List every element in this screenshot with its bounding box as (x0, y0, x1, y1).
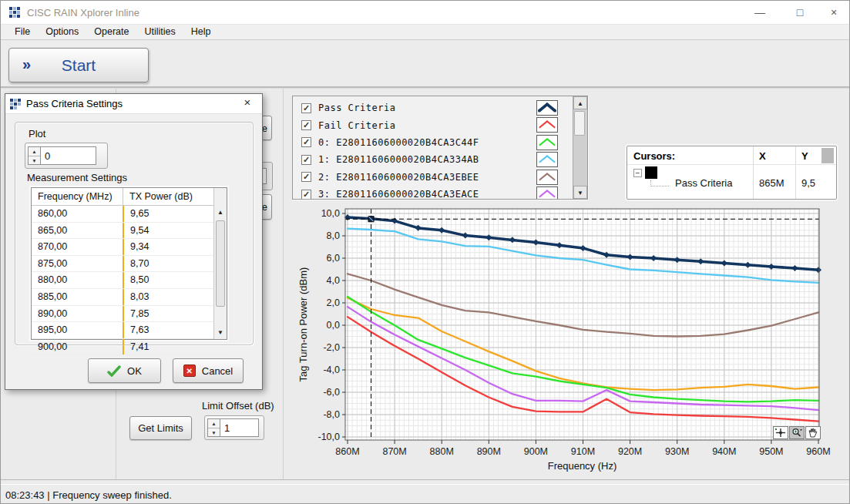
x-tick-label: 880M (430, 446, 454, 457)
scroll-up-icon[interactable]: ▲ (573, 96, 587, 109)
frequency-cell[interactable]: 900,00 (32, 339, 123, 355)
legend-checkbox[interactable]: ✓ (301, 172, 311, 182)
dialog-title-bar[interactable]: Pass Criteria Settings × (5, 94, 262, 114)
tx-power-cell[interactable]: 7,63 (123, 322, 200, 338)
magnifier-icon (791, 428, 803, 438)
legend-item-label[interactable]: 3: E28011606000020B4CA3EACE (318, 189, 479, 200)
table-row[interactable]: 860,009,65 (32, 206, 227, 223)
legend-checkbox[interactable]: ✓ (301, 137, 311, 147)
table-row[interactable]: 875,008,70 (32, 256, 227, 273)
menu-options[interactable]: Options (38, 25, 86, 39)
tx-power-cell[interactable]: 8,03 (123, 289, 200, 305)
legend-item-label[interactable]: 2: E28011606000020B4CA3EBEE (318, 172, 479, 183)
legend-line-icon[interactable] (536, 170, 558, 185)
menu-file[interactable]: File (7, 25, 38, 39)
menu-help[interactable]: Help (183, 25, 219, 39)
table-row[interactable]: 880,008,50 (32, 272, 227, 289)
dialog-close-icon[interactable]: × (239, 96, 256, 109)
legend-checkbox[interactable]: ✓ (301, 120, 311, 130)
table-row[interactable]: 865,009,54 (32, 223, 227, 240)
spin-down-icon[interactable]: ▼ (29, 156, 40, 165)
tx-power-cell[interactable]: 8,50 (123, 272, 200, 288)
tx-power-cell[interactable]: 7,41 (123, 339, 200, 355)
legend-item-label[interactable]: 1: E28011606000020B4CA334AB (318, 154, 479, 165)
frequency-cell[interactable]: 890,00 (32, 306, 123, 322)
table-row[interactable]: 890,007,85 (32, 306, 227, 323)
menu-utilities[interactable]: Utilities (136, 25, 183, 39)
scroll-thumb[interactable] (574, 111, 585, 136)
plot-number-spinner[interactable]: ▲▼ 0 (25, 143, 108, 169)
dialog-icon (9, 98, 22, 110)
x-tick-label: 860M (335, 446, 359, 457)
legend-checkbox[interactable]: ✓ (301, 103, 311, 113)
spinner-arrows[interactable]: ▲▼ (28, 146, 41, 165)
frequency-cell[interactable]: 865,00 (32, 223, 123, 239)
frequency-cell[interactable]: 895,00 (32, 322, 123, 338)
table-scrollbar[interactable]: ▲ ▼ (213, 188, 227, 339)
legend-item-label[interactable]: 0: E28011606000020B4CA3C44F (318, 137, 479, 148)
tx-power-column-header: TX Power (dB) (123, 188, 200, 205)
minimize-button[interactable]: — (748, 5, 771, 20)
legend-line-icon[interactable] (536, 152, 558, 167)
close-button[interactable]: × (822, 5, 845, 20)
tx-power-cell[interactable]: 9,54 (123, 223, 200, 239)
table-row[interactable]: 900,007,41 (32, 339, 227, 356)
tx-power-cell[interactable]: 9,65 (123, 206, 200, 222)
scroll-up-icon[interactable]: ▲ (214, 206, 227, 219)
title-bar[interactable]: CISC RAIN Xplorer Inline — □ × (1, 1, 850, 24)
limit-offset-label: Limit Offset (dB) (202, 400, 274, 412)
x-tick-label: 950M (759, 446, 783, 457)
frequency-cell[interactable]: 880,00 (32, 272, 123, 288)
turn-on-power-chart[interactable]: 10,08,06,04,02,00,0-2,0-4,0-6,0-8,0-10,0… (297, 204, 841, 475)
pan-tool-button[interactable] (805, 426, 821, 439)
legend-line-icon[interactable] (536, 117, 558, 133)
y-axis-label: Tag Turn-on Power (dBm) (297, 267, 309, 382)
cursors-col-y: Y (801, 150, 808, 162)
plot-value[interactable]: 0 (41, 146, 96, 165)
x-tick-label: 930M (665, 446, 689, 457)
menu-bar: File Options Operate Utilities Help (1, 24, 850, 40)
frequency-cell[interactable]: 870,00 (32, 239, 123, 255)
y-tick-label: 4,0 (327, 275, 340, 286)
cursor-tool-button[interactable] (773, 426, 788, 439)
zoom-tool-button[interactable] (789, 426, 805, 439)
table-row[interactable]: 895,007,63 (32, 322, 227, 339)
tx-power-cell[interactable]: 9,34 (123, 239, 200, 255)
menu-operate[interactable]: Operate (86, 25, 136, 39)
tx-power-cell[interactable]: 8,70 (123, 256, 200, 272)
frequency-cell[interactable]: 875,00 (32, 256, 123, 272)
legend-checkbox[interactable]: ✓ (301, 190, 311, 200)
cursor-color-swatch[interactable] (645, 166, 657, 179)
frequency-cell[interactable]: 885,00 (32, 289, 123, 305)
scroll-thumb[interactable] (216, 220, 225, 307)
legend-item-label[interactable]: Pass Criteria (318, 102, 395, 113)
limit-offset-spinner[interactable]: ▲▼ 1 (204, 415, 264, 440)
cursors-header: Cursors: X Y (627, 146, 836, 165)
cancel-button[interactable]: ✕ Cancel (173, 358, 244, 383)
limit-offset-value[interactable]: 1 (220, 418, 259, 437)
table-row[interactable]: 885,008,03 (32, 289, 227, 306)
tx-power-cell[interactable]: 7,85 (123, 306, 200, 322)
scroll-down-icon[interactable]: ▼ (573, 186, 587, 199)
legend-line-icon[interactable] (536, 100, 558, 116)
spin-up-icon[interactable]: ▲ (29, 147, 40, 156)
legend-checkbox[interactable]: ✓ (301, 155, 311, 165)
scroll-down-icon[interactable]: ▼ (214, 326, 227, 339)
legend-scrollbar[interactable]: ▲ ▼ (573, 96, 587, 199)
legend-item-label[interactable]: Fail Criteria (318, 120, 395, 131)
spinner-arrows[interactable]: ▲▼ (207, 418, 220, 437)
ok-button[interactable]: OK (88, 358, 161, 383)
get-limits-button[interactable]: Get Limits (129, 416, 192, 440)
measurement-table: Frequency (MHz) TX Power (dB) 860,009,65… (31, 187, 227, 340)
table-row[interactable]: 870,009,34 (32, 239, 227, 256)
plot-legend: ✓Pass Criteria✓Fail Criteria✓0: E2801160… (292, 96, 588, 200)
spin-down-icon[interactable]: ▼ (208, 428, 220, 437)
start-button[interactable]: » Start (8, 48, 149, 82)
tree-collapse-icon[interactable]: − (633, 169, 642, 177)
cursor-name[interactable]: Pass Criteria (675, 177, 732, 189)
frequency-cell[interactable]: 860,00 (32, 206, 123, 222)
spin-up-icon[interactable]: ▲ (208, 419, 220, 428)
maximize-button[interactable]: □ (788, 5, 811, 20)
legend-line-icon[interactable] (536, 135, 558, 150)
legend-line-icon[interactable] (536, 186, 558, 200)
